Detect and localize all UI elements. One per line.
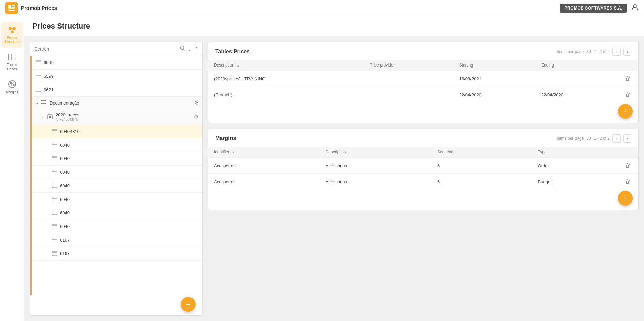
- table-row: (2020spaces) - TRAINING 16/08/2021 🗑: [208, 71, 638, 87]
- col-sequence: Sequence: [432, 147, 532, 158]
- next-page-button[interactable]: ›: [623, 134, 631, 143]
- card-icon: [36, 87, 41, 93]
- items-per-page-label: Items per page: [557, 49, 584, 54]
- delete-button[interactable]: 🗑: [623, 91, 633, 98]
- app-icon: [5, 2, 18, 14]
- next-page-button[interactable]: ›: [623, 48, 631, 56]
- tree-item-highlighted[interactable]: 60404310: [30, 125, 202, 138]
- tree-search: ⌄ ⌃: [30, 42, 202, 56]
- svg-rect-5: [8, 10, 15, 11]
- col-identifier[interactable]: Identifier ▲: [208, 147, 320, 158]
- page-title: Prices Structure: [33, 22, 636, 31]
- table-row: Acessorios Acessórios 6 Budget 🗑: [208, 174, 638, 190]
- delete-button[interactable]: 🗑: [623, 178, 633, 185]
- search-icon[interactable]: [180, 45, 185, 52]
- tree-item[interactable]: 6040: [30, 220, 202, 233]
- cell-type: Budget: [532, 174, 618, 190]
- tree-item[interactable]: 6040: [30, 166, 202, 179]
- tables-prices-table: Description ▲ Price provider Starting En…: [208, 60, 638, 102]
- cell-delete: 🗑: [618, 158, 638, 174]
- table-row: Acessorios Acessórios 6 Order 🗑: [208, 158, 638, 174]
- chevron-down-icon[interactable]: ⌄: [187, 46, 192, 52]
- tree-item[interactable]: 6040: [30, 206, 202, 220]
- tree-item-label: 6040: [60, 183, 198, 188]
- sidebar-item-tables-prices-label: Tables Prices: [4, 63, 20, 71]
- cell-description: Acessórios: [320, 174, 431, 190]
- tree-item-label: 60404310: [60, 129, 198, 134]
- cell-description: Acessórios: [320, 158, 431, 174]
- tree-item-label: 6040: [60, 143, 198, 148]
- chevron-up-icon[interactable]: ⌃: [194, 46, 198, 52]
- card-icon: [52, 143, 57, 148]
- tree-item[interactable]: 6167: [30, 233, 202, 247]
- svg-rect-52: [52, 211, 57, 215]
- sidebar-item-margins[interactable]: Margins: [1, 76, 23, 98]
- tree-subgroup-nif: NIF24560875: [56, 117, 191, 121]
- tree-item-label: 6599: [44, 74, 198, 79]
- tree-subgroup-name: 2020spaces: [56, 112, 191, 117]
- tree-item-label: 6040: [60, 210, 198, 215]
- card-icon: [52, 156, 57, 162]
- svg-rect-1: [8, 5, 11, 8]
- pagination-info: 1 - 2 of 2: [594, 136, 610, 141]
- col-actions: [618, 60, 638, 71]
- items-per-page-value: 30: [586, 136, 591, 141]
- sidebar: PricesStructure Tables Prices Margins: [0, 16, 24, 321]
- cell-type: Order: [532, 158, 618, 174]
- col-actions: [618, 147, 638, 158]
- gear-icon[interactable]: ⚙: [194, 100, 198, 106]
- tree-body: 6599 6599 6621: [30, 56, 202, 295]
- svg-rect-40: [52, 129, 57, 133]
- search-icons: ⌄ ⌃: [180, 45, 198, 52]
- items-per-page-value: 30: [586, 49, 591, 54]
- card-icon: [36, 74, 41, 79]
- svg-rect-58: [52, 251, 57, 256]
- tree-item[interactable]: 6040: [30, 138, 202, 152]
- content-area: ⌄ ⌃ 6599: [24, 36, 644, 321]
- chevron-icon: ⌄: [36, 101, 39, 105]
- cell-starting: 16/08/2021: [454, 71, 536, 87]
- svg-point-33: [41, 103, 42, 104]
- svg-point-32: [41, 102, 42, 102]
- topbar-right: PROMOB SOFTWARES S.A.: [560, 3, 639, 13]
- cell-description: (2020spaces) - TRAINING: [208, 71, 364, 87]
- search-input[interactable]: [34, 46, 177, 52]
- cell-price-provider: [364, 71, 454, 87]
- tree-group-documentacao[interactable]: ⌄ Documentação ⚙: [30, 97, 202, 109]
- col-description: Description: [320, 147, 431, 158]
- tree-subgroup-2020spaces[interactable]: ⌄ 2020spaces NIF24560875 ⚙: [30, 109, 202, 125]
- more-options-button[interactable]: ⋮: [618, 191, 633, 206]
- user-icon-button[interactable]: [631, 3, 639, 13]
- tree-item[interactable]: 6040: [30, 152, 202, 166]
- add-button[interactable]: +: [181, 297, 196, 312]
- tree-item[interactable]: 6599: [30, 70, 202, 83]
- card-icon: [52, 129, 57, 134]
- cell-delete: 🗑: [618, 87, 638, 103]
- delete-button[interactable]: 🗑: [623, 75, 633, 82]
- delete-button[interactable]: 🗑: [623, 162, 633, 169]
- col-type: Type: [532, 147, 618, 158]
- layout: PricesStructure Tables Prices Margins Pr…: [0, 16, 644, 321]
- svg-point-19: [13, 84, 14, 86]
- tree-item[interactable]: 6621: [30, 83, 202, 97]
- svg-point-31: [41, 100, 42, 101]
- tree-item[interactable]: 6040: [30, 193, 202, 206]
- company-button[interactable]: PROMOB SOFTWARES S.A.: [560, 4, 627, 13]
- prev-page-button[interactable]: ‹: [612, 134, 621, 143]
- tree-item[interactable]: 6599: [30, 56, 202, 70]
- table-row: (Promob) - 22/04/2020 22/04/2020 🗑: [208, 87, 638, 103]
- gear-icon[interactable]: ⚙: [194, 114, 198, 120]
- svg-rect-35: [49, 116, 50, 118]
- svg-rect-46: [52, 170, 57, 174]
- col-description[interactable]: Description ▲: [208, 60, 364, 71]
- sidebar-item-tables-prices[interactable]: Tables Prices: [1, 49, 23, 75]
- tree-item[interactable]: 6167: [30, 247, 202, 261]
- more-options-button[interactable]: ⋮: [618, 104, 633, 119]
- tree-item-label: 6040: [60, 197, 198, 202]
- cell-description: (Promob) -: [208, 87, 364, 103]
- sidebar-item-prices-structure[interactable]: PricesStructure: [1, 22, 23, 48]
- tree-item[interactable]: 6040: [30, 179, 202, 193]
- cell-sequence: 6: [432, 174, 532, 190]
- tree-item-label: 6599: [44, 60, 198, 65]
- prev-page-button[interactable]: ‹: [612, 48, 621, 56]
